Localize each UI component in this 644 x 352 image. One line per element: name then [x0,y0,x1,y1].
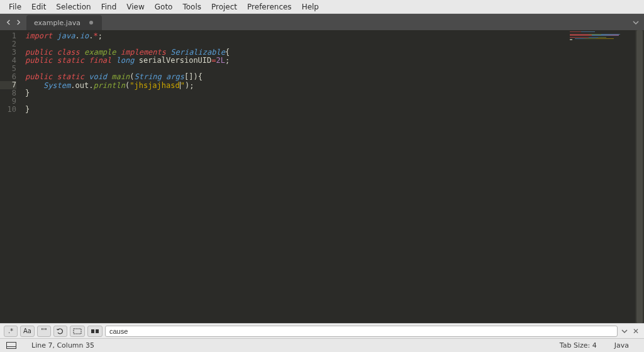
code-token: void [89,72,107,81]
status-syntax[interactable]: Java [606,341,638,349]
code-token: String [134,72,161,81]
code-token [162,72,166,81]
code-token: example [84,48,116,57]
code-token: ) [193,72,197,81]
tab-bar: example.java [0,14,644,30]
code-token [134,56,138,65]
code-token [116,48,121,57]
minimap-preview [570,31,633,40]
find-bar: .* Aa "" ✕ [0,323,644,338]
status-tab-size[interactable]: Tab Size: 4 [551,341,606,349]
code-token [111,56,116,65]
code-token: final [89,56,111,65]
code-token: static [57,72,84,81]
code-token: * [93,31,97,40]
svg-rect-0 [74,329,81,334]
code-token: args [166,72,184,81]
code-token: } [25,89,30,97]
code-token: serialVersionUID [139,56,212,65]
code-token: implements [121,48,166,57]
code-content[interactable]: import java.io.*;public class example im… [21,30,566,323]
menu-selection[interactable]: Selection [51,1,96,13]
code-token: public [25,72,52,81]
menu-preferences[interactable]: Preferences [242,1,297,13]
status-cursor-position[interactable]: Line 7, Column 35 [23,341,103,349]
close-icon: ✕ [633,327,639,336]
menu-bar: File Edit Selection Find View Goto Tools… [0,0,644,14]
code-token: { [198,72,203,81]
menu-find[interactable]: Find [96,1,122,13]
code-line[interactable]: public static void main(String args[]){ [25,73,566,81]
panel-switcher-button[interactable] [6,342,16,349]
find-close-button[interactable]: ✕ [631,327,640,336]
menu-view[interactable]: View [121,1,149,13]
code-token: io [80,31,89,40]
status-bar: Line 7, Column 35 Tab Size: 4 Java [0,338,644,352]
find-whole-word-toggle[interactable]: "" [37,326,51,337]
editor-area[interactable]: 12345678910 import java.io.*;public clas… [0,30,644,323]
tab-nav-arrows [4,18,23,26]
tab-nav-forward-button[interactable] [14,18,23,26]
svg-rect-1 [91,329,94,333]
chevron-left-icon [6,19,11,25]
line-number: 10 [0,106,16,114]
code-token: } [25,105,30,114]
chevron-down-icon [621,328,628,334]
panel-icon [6,342,16,349]
code-token: = [211,56,216,65]
vertical-scrollbar[interactable] [635,30,644,323]
code-line[interactable]: import java.io.*; [25,32,566,40]
code-token: . [70,81,75,90]
highlight-icon [91,328,99,334]
tab-example-java[interactable]: example.java [26,15,102,30]
scrollbar-thumb[interactable] [636,30,643,323]
code-token: { [225,48,230,57]
minimap[interactable] [566,30,635,323]
find-wrap-toggle[interactable] [53,326,67,337]
code-token: 2L [216,56,225,65]
tab-label: example.java [34,19,80,27]
code-token: ; [225,56,230,65]
find-input[interactable] [105,326,618,337]
tab-nav-back-button[interactable] [4,18,13,26]
code-token: public [25,48,52,57]
code-line[interactable]: public static final long serialVersionUI… [25,57,566,65]
code-token [52,31,57,40]
code-token: public [25,56,52,65]
find-regex-toggle[interactable]: .* [4,326,18,337]
code-token: static [57,56,84,65]
code-token [52,56,57,65]
chevron-right-icon [16,19,21,25]
line-number-gutter: 12345678910 [0,30,21,323]
code-token [80,48,84,57]
code-line[interactable]: } [25,89,566,97]
code-token: class [57,48,80,57]
code-token: java [57,31,75,40]
wrap-icon [57,327,64,335]
selection-icon [73,328,82,334]
find-case-sensitive-toggle[interactable]: Aa [20,326,35,337]
code-token: "jhsjajhasd" [130,81,185,90]
find-highlight-toggle[interactable] [87,326,103,337]
svg-rect-3 [7,343,16,349]
code-token: [] [184,72,193,81]
code-token: out [75,81,89,90]
tab-list-dropdown[interactable] [633,16,639,28]
menu-help[interactable]: Help [297,1,324,13]
menu-tools[interactable]: Tools [177,1,206,13]
code-token: ; [98,31,103,40]
code-line[interactable]: } [25,106,566,114]
menu-file[interactable]: File [4,1,26,13]
menu-goto[interactable]: Goto [150,1,178,13]
find-history-dropdown[interactable] [620,328,629,334]
code-token: import [25,31,52,40]
menu-project[interactable]: Project [206,1,242,13]
code-line[interactable]: System.out.println("jhsjajhasd"); [25,81,566,89]
menu-edit[interactable]: Edit [26,1,51,13]
app-root: File Edit Selection Find View Goto Tools… [0,0,644,352]
text-caret [180,82,180,89]
code-token: System [43,81,70,90]
code-line[interactable] [25,97,566,106]
find-in-selection-toggle[interactable] [70,326,85,337]
code-token [52,72,57,81]
